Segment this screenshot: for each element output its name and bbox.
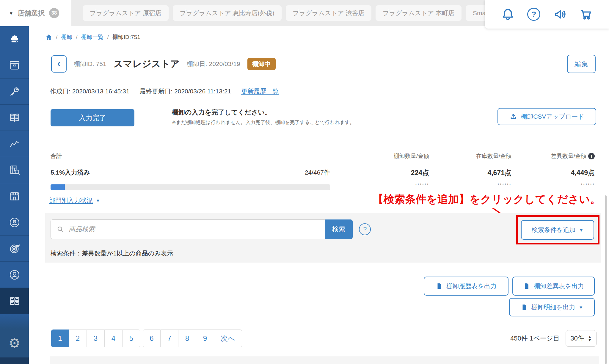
page-button-1[interactable]: 1 — [51, 330, 69, 347]
pagination: 1 2 3 4 5 6 7 8 9 次へ — [51, 330, 242, 347]
main-content: / 棚卸 / 棚卸一覧 / 棚卸ID:751 ‹ 棚卸ID: 751 スマレジス… — [29, 26, 609, 364]
document-icon — [521, 304, 528, 311]
breadcrumb-separator: / — [56, 34, 57, 40]
search-button[interactable]: 検索 — [325, 219, 353, 239]
export-detail-button[interactable]: 棚卸明細を出力 ▼ — [509, 298, 595, 316]
stock-qty-column: 在庫数量/金額 4,671点 ****** — [452, 152, 511, 187]
header-actions: ? — [485, 0, 609, 29]
sidebar-spacer — [0, 314, 29, 329]
caret-down-icon: ▼ — [96, 198, 100, 203]
search-help-icon[interactable]: ? — [359, 223, 371, 235]
progress-bar-fill — [51, 184, 65, 190]
breadcrumb: / 棚卸 / 棚卸一覧 / 棚卸ID:751 — [45, 33, 140, 41]
csv-upload-button[interactable]: 棚卸CSVアップロード — [497, 108, 596, 125]
table-header-edge — [50, 356, 599, 364]
store-tab[interactable]: プラグラムストア 恵比寿店(外税) — [173, 5, 282, 21]
sidebar-item-book[interactable] — [0, 105, 29, 131]
stocktaking-date-label: 棚卸日: 2020/03/19 — [187, 60, 240, 68]
results-count-label: 450件 1ページ目 — [510, 334, 560, 343]
progress-bar — [51, 184, 330, 190]
sidebar-item-storage-box[interactable] — [0, 52, 29, 79]
breadcrumb-link-stocktaking-list[interactable]: 棚卸一覧 — [81, 33, 104, 41]
sidebar-item-stocktaking[interactable] — [0, 288, 29, 314]
store-tab[interactable]: プラグラムストア 本町店 — [376, 5, 462, 21]
page-button-2[interactable]: 2 — [69, 330, 87, 347]
staff-icon — [8, 269, 21, 281]
sidebar-item-staff[interactable] — [0, 262, 29, 288]
sidebar-footer — [0, 357, 29, 364]
back-chevron-icon: ‹ — [57, 57, 60, 69]
sheet-magnifier-icon — [8, 164, 21, 176]
meta-row: 作成日: 2020/03/13 16:45:31 最終更新日: 2020/03/… — [50, 87, 279, 95]
back-button[interactable]: ‹ — [51, 55, 67, 73]
input-complete-button[interactable]: 入力完了 — [51, 109, 134, 126]
tutorial-annotation: 【検索条件を追加】をクリックしてください。 — [267, 192, 601, 207]
page-button-8[interactable]: 8 — [178, 330, 196, 347]
store-icon — [8, 190, 21, 203]
page-button-4[interactable]: 4 — [105, 330, 123, 347]
edit-button[interactable]: 編集 — [567, 55, 596, 73]
store-tab[interactable]: プラグラムストア 渋谷店 — [286, 5, 372, 21]
help-icon[interactable]: ? — [527, 7, 541, 21]
updated-date-label: 最終更新日: 2020/03/26 11:13:21 — [139, 87, 231, 95]
customer-icon — [8, 216, 21, 229]
document-icon — [436, 283, 443, 290]
sidebar-nav: ⚙ — [0, 26, 29, 364]
cart-icon[interactable] — [579, 7, 593, 21]
instruction-text: 棚卸の入力を完了してください。 — [172, 108, 271, 117]
results-info: 450件 1ページ目 30件 ▲▼ — [510, 330, 597, 347]
search-condition-text: 検索条件：差異数量が1以上の商品のみ表示 — [51, 249, 173, 258]
cloud-icon — [8, 33, 21, 46]
key-icon — [8, 85, 21, 98]
total-label: 合計 — [51, 152, 62, 160]
update-history-link[interactable]: 更新履歴一覧 — [241, 87, 279, 95]
caret-down-icon: ▼ — [579, 305, 583, 310]
title-row: ‹ 棚卸ID: 751 スマレジストア 棚卸日: 2020/03/19 棚卸中 … — [51, 54, 596, 73]
document-icon — [523, 283, 530, 290]
search-section: 検索 ? 検索条件を追加 ▼ 検索条件：差異数量が1以上の商品のみ表示 — [45, 213, 601, 263]
stocktake-qty-column: 棚卸数量/金額 224点 ****** — [370, 152, 429, 187]
sidebar-item-inventory-report[interactable] — [0, 157, 29, 183]
line-chart-icon — [8, 138, 21, 150]
smaregi-stocktaking-page: ▼ 店舗選択 38 プラグラムストア 原宿店 プラグラムストア 恵比寿店(外税)… — [0, 0, 609, 364]
top-bar: ▼ 店舗選択 38 プラグラムストア 原宿店 プラグラムストア 恵比寿店(外税)… — [0, 0, 609, 26]
page-button-7[interactable]: 7 — [161, 330, 178, 347]
next-page-button[interactable]: 次へ — [214, 330, 242, 347]
progress-count-label: 24/467件 — [51, 168, 330, 177]
export-diff-button[interactable]: 棚卸差異表を出力 — [512, 277, 595, 296]
page-size-select[interactable]: 30件 ▲▼ — [566, 330, 597, 347]
info-icon[interactable]: ! — [588, 153, 595, 159]
notification-bell-icon[interactable] — [501, 7, 515, 21]
sidebar-item-target[interactable] — [0, 236, 29, 262]
search-input-wrap — [51, 219, 325, 239]
sidebar-item-cloud-service[interactable] — [0, 26, 29, 52]
department-status-link[interactable]: 部門別入力状況 ▼ — [49, 196, 100, 205]
sidebar-item-key[interactable] — [0, 79, 29, 105]
export-history-button[interactable]: 棚卸履歴表を出力 — [424, 277, 508, 296]
page-button-3[interactable]: 3 — [87, 330, 105, 347]
sidebar-item-customer[interactable] — [0, 209, 29, 236]
page-title: スマレジストア — [114, 58, 180, 70]
store-selector[interactable]: ▼ 店舗選択 38 — [0, 0, 71, 26]
breadcrumb-separator: / — [76, 34, 77, 40]
add-search-condition-button[interactable]: 検索条件を追加 ▼ — [521, 220, 594, 240]
sidebar-item-settings[interactable]: ⚙ — [0, 329, 29, 357]
store-tab[interactable]: プラグラムストア 原宿店 — [83, 5, 169, 21]
breadcrumb-separator: / — [107, 34, 109, 40]
scrollbar[interactable] — [605, 195, 607, 364]
caret-down-icon: ▼ — [579, 228, 583, 233]
page-button-9[interactable]: 9 — [196, 330, 214, 347]
store-selector-label: 店舗選択 — [18, 9, 45, 18]
breadcrumb-link-stocktaking[interactable]: 棚卸 — [61, 33, 72, 41]
gear-icon: ⚙ — [8, 335, 21, 351]
page-button-5[interactable]: 5 — [123, 330, 140, 347]
home-icon[interactable] — [45, 34, 52, 41]
sidebar-item-store[interactable] — [0, 183, 29, 209]
drawers-icon — [8, 295, 21, 307]
product-search-input[interactable] — [69, 220, 325, 239]
diff-qty-column: 差異数量/金額! 4,449点 ****** — [523, 152, 595, 187]
announcement-speaker-icon[interactable] — [553, 7, 567, 21]
page-button-6[interactable]: 6 — [143, 330, 161, 347]
sidebar-item-analytics[interactable] — [0, 131, 29, 157]
store-count-badge: 38 — [49, 8, 59, 18]
